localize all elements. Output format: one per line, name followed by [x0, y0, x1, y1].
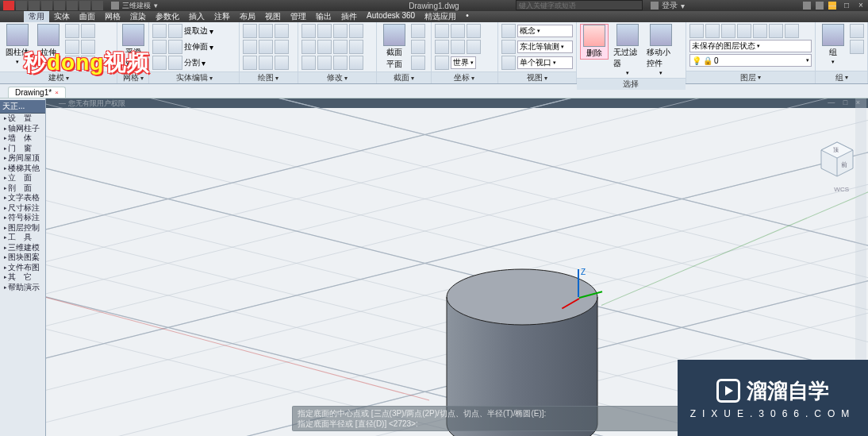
loft-icon[interactable] — [81, 40, 95, 54]
tab-manage[interactable]: 管理 — [286, 11, 311, 22]
lay6-icon[interactable] — [769, 24, 783, 38]
circle-icon[interactable] — [275, 24, 289, 38]
rect-icon[interactable] — [259, 40, 273, 54]
ucs2-icon[interactable] — [451, 24, 465, 38]
sec1-icon[interactable] — [411, 24, 425, 38]
sidebar-item-help[interactable]: 帮助演示 — [0, 283, 45, 293]
close-button[interactable]: × — [854, 1, 868, 11]
fillet-icon[interactable] — [333, 40, 348, 54]
sidebar-item-door[interactable]: 门 窗 — [0, 144, 45, 154]
help-search-input[interactable] — [516, 0, 643, 10]
sidebar-item-dim[interactable]: 尺寸标注 — [0, 203, 45, 214]
array-icon[interactable] — [349, 40, 363, 54]
trim-icon[interactable] — [333, 24, 348, 38]
redo-icon[interactable] — [92, 1, 103, 10]
arc-icon[interactable] — [243, 40, 257, 54]
smooth-button[interactable]: 平滑 对象 — [121, 24, 145, 70]
subtract-icon[interactable] — [81, 56, 95, 70]
face2-icon[interactable] — [168, 40, 182, 54]
ellipse-icon[interactable] — [275, 40, 289, 54]
line-icon[interactable] — [243, 24, 257, 38]
copy-icon[interactable] — [301, 40, 316, 54]
lay7-icon[interactable] — [785, 24, 799, 38]
maximize-button[interactable]: □ — [839, 1, 854, 11]
union-icon[interactable] — [65, 56, 79, 70]
sidebar-item-stair[interactable]: 楼梯其他 — [0, 164, 45, 174]
extrudeface-icon[interactable] — [152, 40, 167, 54]
erase-button[interactable]: 删除 — [580, 24, 609, 60]
sidebar-item-elevation[interactable]: 立 面 — [0, 173, 45, 183]
sidebar-item-axis[interactable]: 轴网柱子 — [0, 124, 45, 134]
ucs5-icon[interactable] — [451, 40, 465, 54]
lay3-icon[interactable] — [721, 24, 735, 38]
sidebar-item-block[interactable]: 图块图案 — [0, 253, 45, 263]
lay5-icon[interactable] — [753, 24, 767, 38]
close-tab-icon[interactable]: × — [55, 89, 59, 96]
tab-featured[interactable]: 精选应用 — [420, 11, 461, 22]
offset-icon[interactable] — [301, 56, 316, 70]
tab-view[interactable]: 视图 — [260, 11, 286, 22]
sidebar-item-layer[interactable]: 图层控制 — [0, 223, 45, 233]
section-button[interactable]: 截面 平面 — [380, 24, 409, 70]
undo-icon[interactable] — [79, 1, 90, 10]
gizmo-button[interactable]: 移动小控件▾ — [647, 24, 675, 76]
split-icon[interactable] — [152, 56, 167, 70]
align-icon[interactable] — [317, 56, 332, 70]
sidebar-item-filelayout[interactable]: 文件布图 — [0, 263, 45, 273]
scale-icon[interactable] — [317, 40, 332, 54]
tab-mesh[interactable]: 网格 — [100, 11, 125, 22]
sidebar-item-tools[interactable]: 工 具 — [0, 233, 45, 243]
sidebar-item-other[interactable]: 其 它 — [0, 272, 45, 283]
tab-solid[interactable]: 实体 — [49, 11, 75, 22]
tab-insert[interactable]: 插入 — [184, 11, 209, 22]
explode-icon[interactable] — [333, 56, 348, 70]
face-icon[interactable] — [168, 24, 182, 38]
stayconnected-icon[interactable] — [816, 2, 824, 10]
tab-more[interactable]: • — [461, 11, 474, 22]
app-menu-icon[interactable] — [3, 1, 14, 10]
extractedges-icon[interactable] — [152, 24, 167, 38]
exchange-icon[interactable] — [803, 2, 811, 10]
move-icon[interactable] — [301, 24, 316, 38]
sec3-icon[interactable] — [411, 56, 425, 70]
g1-icon[interactable] — [850, 24, 864, 38]
mirror-icon[interactable] — [349, 24, 363, 38]
sidebar-item-text[interactable]: 文字表格 — [0, 193, 45, 203]
sidebar-item-section[interactable]: 剖 面 — [0, 183, 45, 194]
g2-icon[interactable] — [850, 40, 864, 54]
open-icon[interactable] — [29, 1, 40, 10]
erase2-icon[interactable] — [349, 56, 363, 70]
group-button[interactable]: 组▾ — [819, 24, 847, 65]
lay2-icon[interactable] — [705, 24, 720, 38]
tab-annotate[interactable]: 注释 — [209, 11, 235, 22]
tab-surface[interactable]: 曲面 — [75, 11, 100, 22]
sidebar-item-symbol[interactable]: 符号标注 — [0, 213, 45, 223]
ucs3-icon[interactable] — [467, 24, 481, 38]
sec2-icon[interactable] — [411, 40, 425, 54]
point-icon[interactable] — [275, 56, 289, 70]
ucs4-icon[interactable] — [435, 40, 449, 54]
tab-parametric[interactable]: 参数化 — [151, 11, 184, 22]
spline-icon[interactable] — [243, 56, 257, 70]
minimize-button[interactable]: — — [825, 1, 839, 11]
polyline-icon[interactable] — [259, 24, 273, 38]
presspull-icon[interactable] — [65, 24, 79, 38]
helix-icon[interactable] — [259, 56, 273, 70]
sidebar-item-settings[interactable]: 设 置 — [0, 114, 45, 124]
rotate-icon[interactable] — [317, 24, 332, 38]
viewport-combo[interactable]: 单个视口▾ — [517, 56, 573, 69]
world-icon[interactable] — [435, 56, 449, 70]
ucs6-icon[interactable] — [467, 40, 481, 54]
saveas-icon[interactable] — [54, 1, 65, 10]
tab-layout[interactable]: 布局 — [235, 11, 260, 22]
tab-home[interactable]: 常用 — [24, 11, 49, 22]
ucs1-icon[interactable] — [435, 24, 449, 38]
viewdir-combo[interactable]: 东北等轴测▾ — [517, 41, 573, 53]
tab-render[interactable]: 渲染 — [125, 11, 151, 22]
shell-icon[interactable] — [168, 56, 182, 70]
file-tab[interactable]: Drawing1* × — [8, 87, 66, 98]
sidebar-item-roof[interactable]: 房间屋顶 — [0, 153, 45, 164]
nofilter-button[interactable]: 无过滤器▾ — [613, 24, 642, 76]
cylinder-button[interactable]: 圆柱体▾ — [3, 24, 32, 65]
lay1-icon[interactable] — [689, 24, 704, 38]
